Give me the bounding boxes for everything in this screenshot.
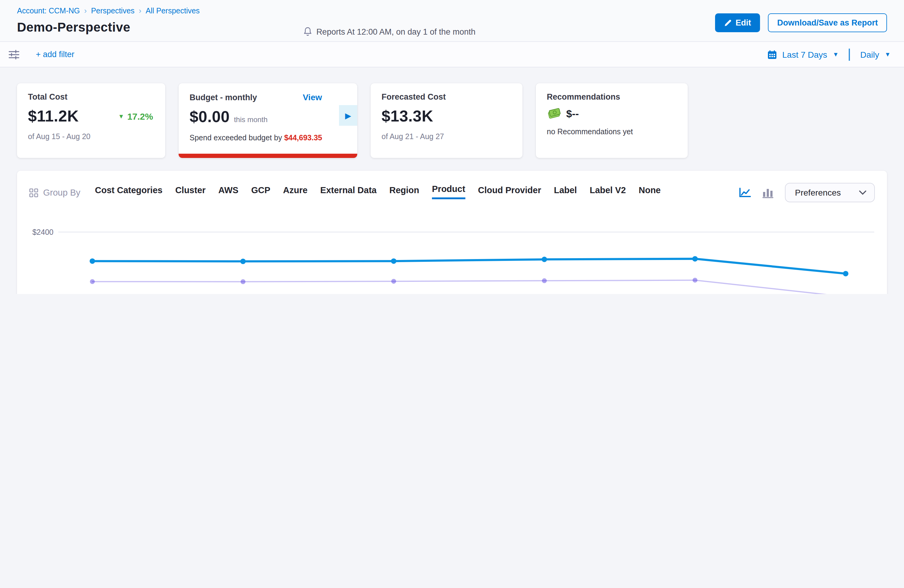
page-title: Demo-Perspective bbox=[17, 20, 199, 35]
bell-icon bbox=[303, 27, 312, 36]
tab-label[interactable]: Label bbox=[554, 185, 577, 200]
budget-exceeded-label: Spend exceeded budget by bbox=[190, 134, 284, 142]
total-cost-trend: ▼ 17.2% bbox=[118, 111, 153, 122]
summary-cards: Total Cost $11.2K ▼ 17.2% of Aug 15 - Au… bbox=[17, 83, 887, 158]
series-point[interactable] bbox=[240, 280, 245, 284]
series-point[interactable] bbox=[692, 278, 697, 283]
play-icon: ▶ bbox=[345, 111, 351, 120]
edit-button-label: Edit bbox=[735, 18, 751, 27]
recommendations-title: Recommendations bbox=[547, 92, 677, 101]
series-point[interactable] bbox=[391, 279, 396, 284]
chart-actions: Preferences bbox=[738, 183, 875, 202]
tab-external-data[interactable]: External Data bbox=[320, 185, 376, 200]
header: Account: CCM-NG › Perspectives › All Per… bbox=[0, 0, 904, 41]
money-icon bbox=[547, 107, 561, 120]
total-cost-value: $11.2K bbox=[28, 107, 79, 126]
calendar-icon bbox=[767, 49, 777, 59]
series-line-amazon-elastic-compute-cloud bbox=[92, 280, 846, 294]
granularity-selector[interactable]: Daily bbox=[860, 49, 879, 59]
tab-gcp[interactable]: GCP bbox=[251, 185, 270, 200]
series-point[interactable] bbox=[90, 279, 95, 284]
tab-region[interactable]: Region bbox=[389, 185, 419, 200]
breadcrumb: Account: CCM-NG › Perspectives › All Per… bbox=[17, 6, 199, 15]
series-point[interactable] bbox=[542, 257, 547, 262]
budget-card: Budget - monthly View $0.00 this month S… bbox=[179, 83, 357, 158]
chevron-down-icon[interactable]: ▼ bbox=[885, 51, 891, 58]
bar-chart-toggle-icon[interactable] bbox=[762, 187, 774, 198]
recommendations-value: $-- bbox=[566, 108, 579, 120]
header-actions: Edit Download/Save as Report bbox=[715, 13, 887, 32]
budget-value-suffix: this month bbox=[234, 115, 268, 124]
date-range-selector[interactable]: Last 7 Days bbox=[782, 49, 827, 59]
tab-cloud-provider[interactable]: Cloud Provider bbox=[478, 185, 541, 200]
budget-value: $0.00 bbox=[190, 107, 230, 126]
breadcrumb-perspectives[interactable]: Perspectives bbox=[91, 6, 134, 15]
forecasted-cost-card: Forecasted Cost $13.3K of Aug 21 - Aug 2… bbox=[371, 83, 523, 158]
chevron-down-icon[interactable]: ▼ bbox=[833, 51, 839, 58]
header-left: Account: CCM-NG › Perspectives › All Per… bbox=[17, 6, 199, 35]
forecasted-cost-value: $13.3K bbox=[381, 107, 512, 126]
groupby-label: Group By bbox=[29, 188, 81, 198]
add-filter-button[interactable]: + add filter bbox=[36, 50, 74, 59]
triangle-down-icon: ▼ bbox=[118, 113, 124, 120]
chevron-right-icon: › bbox=[139, 6, 142, 15]
tab-cost-categories[interactable]: Cost Categories bbox=[95, 185, 163, 200]
preferences-label: Preferences bbox=[795, 188, 841, 198]
tab-cluster[interactable]: Cluster bbox=[175, 185, 205, 200]
budget-exceeded-text: Spend exceeded budget by $44,693.35 bbox=[190, 134, 346, 142]
edit-button[interactable]: Edit bbox=[715, 13, 760, 32]
total-cost-title: Total Cost bbox=[28, 92, 154, 101]
ccm-perspective-page: Account: CCM-NG › Perspectives › All Per… bbox=[0, 0, 904, 294]
series-point[interactable] bbox=[90, 258, 95, 264]
download-save-report-button[interactable]: Download/Save as Report bbox=[768, 13, 887, 32]
budget-title: Budget - monthly bbox=[190, 93, 257, 102]
grid-icon bbox=[29, 188, 38, 197]
budget-expand-button[interactable]: ▶ bbox=[339, 105, 357, 126]
groupby-tabs: Cost CategoriesClusterAWSGCPAzureExterna… bbox=[95, 185, 661, 200]
series-point[interactable] bbox=[692, 256, 698, 261]
series-point[interactable] bbox=[843, 271, 849, 277]
main-content: Total Cost $11.2K ▼ 17.2% of Aug 15 - Au… bbox=[0, 68, 904, 294]
line-chart-toggle-icon[interactable] bbox=[738, 187, 751, 198]
recommendations-empty-text: no Recommendations yet bbox=[547, 128, 677, 136]
breadcrumb-all-perspectives[interactable]: All Perspectives bbox=[146, 6, 200, 15]
forecasted-cost-title: Forecasted Cost bbox=[381, 92, 512, 101]
tab-label-v2[interactable]: Label V2 bbox=[589, 185, 626, 200]
recommendations-card: Recommendations $-- no Recommendati bbox=[536, 83, 688, 158]
budget-exceeded-amount: $44,693.35 bbox=[284, 134, 322, 142]
chevron-right-icon: › bbox=[84, 6, 87, 15]
series-point[interactable] bbox=[391, 258, 397, 264]
pencil-icon bbox=[724, 19, 731, 27]
series-point[interactable] bbox=[542, 278, 547, 283]
tab-product[interactable]: Product bbox=[432, 184, 465, 199]
divider bbox=[849, 48, 850, 60]
total-cost-card: Total Cost $11.2K ▼ 17.2% of Aug 15 - Au… bbox=[17, 83, 165, 158]
tab-azure[interactable]: Azure bbox=[283, 185, 308, 200]
total-cost-period: of Aug 15 - Aug 20 bbox=[28, 133, 154, 141]
chevron-down-icon bbox=[859, 190, 866, 195]
budget-view-link[interactable]: View bbox=[303, 92, 322, 102]
cost-trend-chart[interactable]: $0$1200$2400Aug 15Aug 16Aug 17Aug 18Aug … bbox=[29, 205, 875, 294]
groupby-row: Group By Cost CategoriesClusterAWSGCPAzu… bbox=[17, 171, 887, 204]
budget-overspend-bar bbox=[179, 154, 357, 158]
filter-sliders-icon[interactable] bbox=[8, 49, 20, 60]
time-controls: Last 7 Days ▼ Daily ▼ bbox=[767, 48, 891, 60]
tab-aws[interactable]: AWS bbox=[218, 185, 239, 200]
forecasted-cost-period: of Aug 21 - Aug 27 bbox=[381, 133, 512, 141]
series-line-kubernetes-cluster bbox=[92, 259, 846, 273]
series-point[interactable] bbox=[240, 259, 246, 264]
groupby-label-text: Group By bbox=[43, 188, 81, 198]
download-button-label: Download/Save as Report bbox=[777, 18, 878, 27]
report-schedule-text: Reports At 12:00 AM, on day 1 of the mon… bbox=[316, 27, 476, 36]
total-cost-trend-value: 17.2% bbox=[127, 111, 153, 122]
tab-none[interactable]: None bbox=[638, 185, 661, 200]
breadcrumb-account[interactable]: Account: CCM-NG bbox=[17, 6, 80, 15]
perspective-panel: Group By Cost CategoriesClusterAWSGCPAzu… bbox=[17, 171, 887, 294]
preferences-button[interactable]: Preferences bbox=[785, 183, 875, 202]
filter-bar: + add filter Last 7 Days ▼ Daily ▼ bbox=[0, 41, 904, 68]
report-schedule-note: Reports At 12:00 AM, on day 1 of the mon… bbox=[303, 27, 715, 36]
y-axis-tick-label: $2400 bbox=[32, 228, 54, 236]
